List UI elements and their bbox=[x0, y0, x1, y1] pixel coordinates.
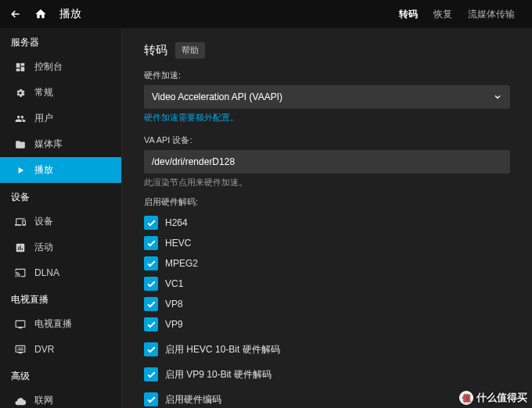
sidebar: 服务器控制台常规用户媒体库播放设备设备活动DLNA电视直播电视直播DVR高级联网… bbox=[0, 28, 122, 408]
sidebar-item-label: 电视直播 bbox=[34, 317, 72, 331]
input-icon bbox=[14, 267, 27, 279]
checkbox-vp8[interactable] bbox=[144, 297, 158, 311]
sidebar-item-label: 用户 bbox=[34, 112, 53, 125]
sidebar-item-label: 常规 bbox=[34, 86, 53, 99]
sidebar-item-label: 活动 bbox=[34, 241, 53, 254]
extra-row-1: 启用 VP9 10-Bit 硬件解码 bbox=[144, 360, 510, 385]
checkbox-h264[interactable] bbox=[144, 216, 158, 230]
codec-row-hevc: HEVC bbox=[144, 233, 510, 253]
vaapi-hint: 此渲染节点用来硬件加速。 bbox=[144, 177, 510, 188]
folder-icon bbox=[14, 138, 27, 151]
header-tab-0[interactable]: 转码 bbox=[399, 5, 418, 24]
dvr-icon bbox=[14, 343, 27, 356]
codec-row-h264: H264 bbox=[144, 213, 510, 233]
section-title: 转码 bbox=[144, 43, 167, 58]
sidebar-header-1: 设备 bbox=[0, 183, 121, 209]
codec-label: H264 bbox=[165, 217, 188, 228]
checkbox-vc1[interactable] bbox=[144, 277, 158, 291]
sidebar-header-3: 高级 bbox=[0, 362, 121, 388]
watermark-text: 什么值得买 bbox=[476, 391, 527, 405]
sidebar-item-0-0[interactable]: 控制台 bbox=[0, 54, 121, 80]
sidebar-item-0-4[interactable]: 播放 bbox=[0, 157, 121, 183]
codec-row-mpeg2: MPEG2 bbox=[144, 253, 510, 274]
sidebar-item-label: 控制台 bbox=[34, 60, 63, 73]
extra-label: 启用 HEVC 10-Bit 硬件解码 bbox=[165, 343, 280, 356]
extra-label: 启用硬件编码 bbox=[165, 393, 221, 406]
hw-accel-value: Video Acceleration API (VAAPI) bbox=[152, 91, 282, 102]
sidebar-item-1-1[interactable]: 活动 bbox=[0, 234, 121, 260]
sidebar-item-label: DLNA bbox=[34, 267, 59, 278]
hw-accel-hint[interactable]: 硬件加速需要额外配置。 bbox=[144, 112, 510, 123]
sidebar-item-2-0[interactable]: 电视直播 bbox=[0, 311, 121, 337]
header-tab-1[interactable]: 恢复 bbox=[433, 5, 452, 24]
codec-label: HEVC bbox=[165, 238, 191, 249]
page-title: 播放 bbox=[59, 7, 81, 21]
codec-label: VC1 bbox=[165, 278, 183, 289]
sidebar-item-1-2[interactable]: DLNA bbox=[0, 260, 121, 285]
sidebar-header-2: 电视直播 bbox=[0, 285, 121, 311]
dashboard-icon bbox=[14, 61, 27, 73]
checkbox-hevc[interactable] bbox=[144, 236, 158, 250]
hw-decode-label: 启用硬件解码: bbox=[144, 196, 510, 208]
sidebar-item-3-0[interactable]: 联网 bbox=[0, 388, 121, 408]
watermark-circle: 值 bbox=[459, 391, 473, 405]
tv-icon bbox=[14, 318, 27, 331]
users-icon bbox=[14, 113, 27, 125]
sidebar-item-label: 设备 bbox=[34, 215, 53, 228]
sidebar-item-1-0[interactable]: 设备 bbox=[0, 209, 121, 234]
play-icon bbox=[14, 164, 27, 177]
cloud-icon bbox=[14, 395, 27, 407]
checkbox-extra-1[interactable] bbox=[144, 367, 158, 381]
hw-accel-select[interactable]: Video Acceleration API (VAAPI) bbox=[144, 85, 510, 109]
extra-row-2: 启用硬件编码 bbox=[144, 385, 510, 408]
vaapi-label: VA API 设备: bbox=[144, 134, 510, 146]
sidebar-header-0: 服务器 bbox=[0, 28, 121, 54]
checkbox-mpeg2[interactable] bbox=[144, 256, 158, 270]
codec-row-vc1: VC1 bbox=[144, 274, 510, 294]
codec-row-vp8: VP8 bbox=[144, 294, 510, 314]
back-icon[interactable] bbox=[6, 5, 25, 23]
vaapi-input[interactable] bbox=[144, 150, 510, 174]
codec-label: VP8 bbox=[165, 299, 183, 310]
sidebar-item-0-1[interactable]: 常规 bbox=[0, 80, 121, 106]
chevron-down-icon bbox=[493, 92, 502, 102]
sidebar-item-label: 联网 bbox=[34, 394, 53, 407]
activity-icon bbox=[14, 242, 27, 254]
sidebar-item-2-1[interactable]: DVR bbox=[0, 337, 121, 362]
main-content: 转码 帮助 硬件加速: Video Acceleration API (VAAP… bbox=[122, 28, 532, 408]
sidebar-item-0-2[interactable]: 用户 bbox=[0, 106, 121, 131]
checkbox-extra-2[interactable] bbox=[144, 392, 158, 406]
header-tab-2[interactable]: 流媒体传输 bbox=[468, 5, 515, 24]
hw-accel-label: 硬件加速: bbox=[144, 70, 510, 81]
home-icon[interactable] bbox=[31, 5, 50, 23]
codec-label: VP9 bbox=[165, 319, 183, 330]
sidebar-item-0-3[interactable]: 媒体库 bbox=[0, 131, 121, 157]
codec-label: MPEG2 bbox=[165, 258, 198, 269]
sidebar-item-label: 播放 bbox=[34, 163, 53, 177]
checkbox-vp9[interactable] bbox=[144, 317, 158, 331]
extra-label: 启用 VP9 10-Bit 硬件解码 bbox=[165, 368, 271, 381]
watermark: 值 什么值得买 bbox=[459, 391, 527, 405]
sidebar-item-label: 媒体库 bbox=[34, 138, 63, 151]
checkbox-extra-0[interactable] bbox=[144, 342, 158, 356]
codec-row-vp9: VP9 bbox=[144, 314, 510, 335]
sidebar-item-label: DVR bbox=[34, 344, 54, 355]
extra-row-0: 启用 HEVC 10-Bit 硬件解码 bbox=[144, 339, 510, 360]
devices-icon bbox=[14, 216, 27, 228]
help-button[interactable]: 帮助 bbox=[175, 42, 205, 59]
gear-icon bbox=[14, 87, 27, 99]
